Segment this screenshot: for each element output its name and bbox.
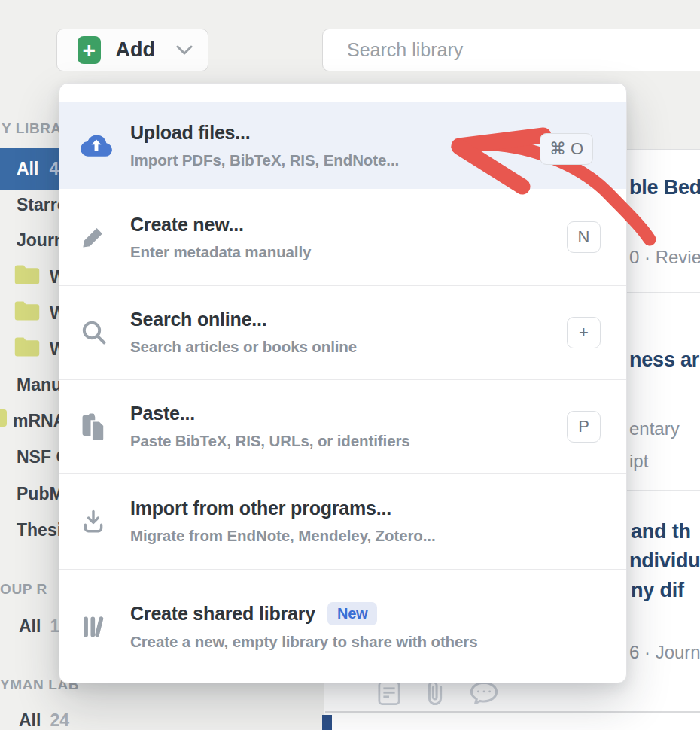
sidebar-item-manuscripts[interactable]: Manu <box>17 375 62 395</box>
reference-meta-fragment: 0 · Revie <box>629 247 700 268</box>
menu-item-paste[interactable]: Paste... Paste BibTeX, RIS, URLs, or ide… <box>59 379 626 473</box>
sidebar-item-journal[interactable]: Journ <box>17 230 65 251</box>
cloud-upload-icon <box>81 133 115 159</box>
reference-title-fragment[interactable]: ndividu <box>629 549 700 573</box>
comment-icon[interactable] <box>468 680 500 707</box>
menu-item-subtitle: Create a new, empty library to share wit… <box>130 633 601 651</box>
add-button[interactable]: + Add <box>56 29 208 71</box>
clipboard-icon <box>81 412 115 441</box>
menu-item-subtitle: Search articles or books online <box>130 338 567 356</box>
folder-icon <box>14 300 41 326</box>
folder-icon <box>14 336 41 362</box>
import-icon <box>81 508 115 535</box>
sidebar-item-lab-all[interactable]: All24 <box>19 710 69 730</box>
menu-item-title: Paste... <box>130 403 567 424</box>
menu-item-search-online[interactable]: Search online... Search articles or book… <box>59 285 626 379</box>
shortcut-badge: ⌘ O <box>540 133 593 165</box>
notes-icon[interactable] <box>376 680 402 707</box>
label-icon <box>0 409 7 427</box>
list-divider <box>325 711 700 713</box>
menu-item-subtitle: Migrate from EndNote, Mendeley, Zotero..… <box>130 527 601 545</box>
search-input[interactable] <box>347 39 648 61</box>
menu-item-title: Import from other programs... <box>130 497 601 519</box>
chevron-down-icon <box>176 45 193 55</box>
paperclip-icon[interactable] <box>425 680 446 707</box>
menu-item-subtitle: Paste BibTeX, RIS, URLs, or identifiers <box>130 432 567 450</box>
folder-icon <box>14 264 41 290</box>
sidebar-header-my-library: Y LIBRA <box>2 120 62 137</box>
search-field[interactable] <box>322 29 700 71</box>
shortcut-badge: N <box>567 221 601 253</box>
reference-meta-fragment: 6 · Journ <box>629 642 700 663</box>
add-dropdown-menu: Upload files... Import PDFs, BibTeX, RIS… <box>59 83 627 683</box>
menu-item-subtitle: Enter metadata manually <box>130 243 567 261</box>
pencil-icon <box>81 224 115 250</box>
reference-title-fragment[interactable]: ble Bed <box>629 176 700 199</box>
new-badge: New <box>327 602 378 625</box>
sidebar-item-thesis[interactable]: Thesi <box>17 520 62 540</box>
menu-item-title: Create new... <box>130 214 567 236</box>
app-window: ble Bed 0 · Revie ness ar entary ipt and… <box>0 0 700 730</box>
reference-meta-fragment: ipt <box>629 451 648 472</box>
reference-title-fragment[interactable]: and th <box>631 520 691 543</box>
shortcut-badge: P <box>567 411 601 443</box>
sidebar-header-group: OUP R <box>0 581 47 598</box>
search-icon <box>81 319 115 346</box>
reference-title-fragment[interactable]: ness ar <box>629 348 699 372</box>
shortcut-badge: + <box>567 317 601 348</box>
menu-item-title: Search online... <box>130 309 567 330</box>
menu-item-import-programs[interactable]: Import from other programs... Migrate fr… <box>59 473 626 569</box>
attachment-toolbar <box>376 680 500 707</box>
menu-item-title: Upload files... <box>130 122 601 144</box>
shared-library-icon <box>81 613 115 640</box>
item-count: 24 <box>50 710 69 730</box>
sidebar-item-mrna[interactable]: mRNA <box>13 411 65 431</box>
menu-item-subtitle: Import PDFs, BibTeX, RIS, EndNote... <box>130 151 601 169</box>
sidebar-item-all-selected[interactable]: All 46 <box>0 148 68 190</box>
menu-item-title: Create shared library <box>130 603 315 625</box>
reference-meta-fragment: entary <box>629 418 680 440</box>
sidebar-item-pubmed[interactable]: PubM <box>17 484 64 504</box>
menu-item-create-shared-library[interactable]: Create shared library New Create a new, … <box>59 569 626 683</box>
next-item-marker <box>322 715 332 730</box>
reference-title-fragment[interactable]: ny dif <box>631 579 684 602</box>
menu-item-create-new[interactable]: Create new... Enter metadata manually N <box>59 189 626 285</box>
plus-icon: + <box>78 36 101 64</box>
